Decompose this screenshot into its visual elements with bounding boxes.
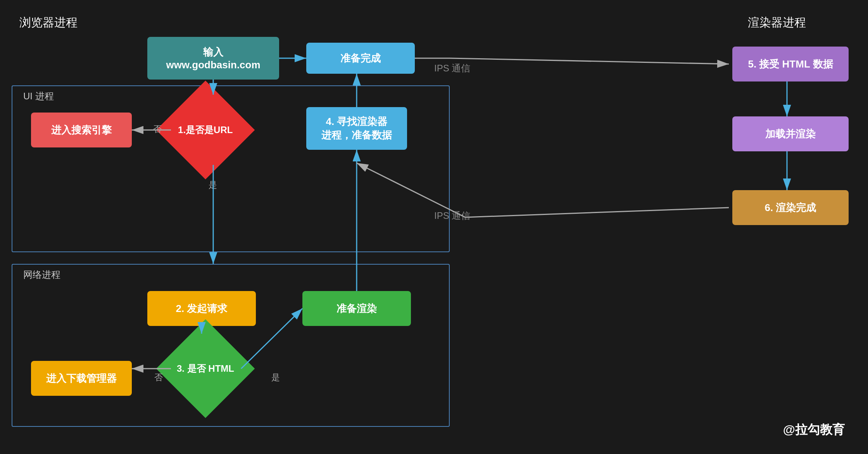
yes-html-label: 是	[271, 372, 280, 383]
yes-url-label: 是	[209, 179, 217, 191]
network-process-label: 网络进程	[23, 269, 60, 281]
diamond-url: 1.是否是URL	[171, 95, 240, 165]
renderer-process-label: 渲染器进程	[748, 15, 806, 31]
main-container: 浏览器进程 渲染器进程 UI 进程 网络进程 输入 www.godbasin.c…	[0, 0, 868, 454]
download-manager-node: 进入下载管理器	[31, 361, 132, 396]
find-renderer-node: 4. 寻找渲染器 进程，准备数据	[306, 107, 407, 150]
ui-process-label: UI 进程	[23, 90, 54, 102]
receive-html-node: 5. 接受 HTML 数据	[732, 47, 849, 81]
browser-process-label: 浏览器进程	[19, 15, 78, 31]
render-complete-node: 6. 渲染完成	[732, 190, 849, 225]
no-html-label: 否	[154, 372, 163, 383]
ready-complete-node: 准备完成	[306, 43, 415, 74]
make-request-node: 2. 发起请求	[147, 291, 256, 326]
diamond-html: 3. 是否 HTML	[171, 334, 240, 404]
search-engine-node: 进入搜索引擎	[31, 113, 132, 147]
svg-line-13	[465, 208, 729, 217]
load-render-node: 加载并渲染	[732, 116, 849, 151]
ips-label-1: IPS 通信	[434, 62, 470, 75]
ips-label-2: IPS 通信	[434, 210, 470, 222]
no-url-label: 否	[153, 123, 162, 135]
input-node: 输入 www.godbasin.com	[147, 37, 279, 80]
ready-render-node: 准备渲染	[302, 291, 411, 326]
svg-line-12	[450, 58, 729, 64]
watermark: @拉勾教育	[783, 421, 845, 438]
